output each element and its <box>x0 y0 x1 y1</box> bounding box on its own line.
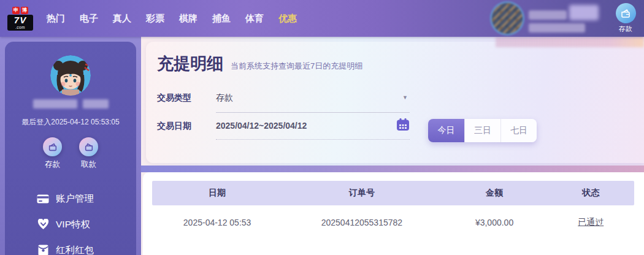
redacted-band <box>496 37 644 47</box>
deposit-wallet-icon <box>43 137 62 156</box>
sidebar-item-label: 红利红包 <box>56 244 94 255</box>
date-range-input[interactable]: 2025/04/12~2025/04/12 <box>216 118 410 140</box>
app-root: 申 博 7V .com 热门 电子 真人 彩票 棋牌 捕鱼 体育 优惠 <box>0 0 644 255</box>
range-3day-button[interactable]: 三日 <box>464 119 500 142</box>
nav-item-live[interactable]: 真人 <box>113 13 131 25</box>
user-avatar[interactable] <box>492 3 523 34</box>
nav-item-cards[interactable]: 棋牌 <box>179 13 197 25</box>
nav-item-slots[interactable]: 电子 <box>80 13 98 25</box>
nav-item-promos[interactable]: 优惠 <box>278 13 297 25</box>
red-packet-icon <box>37 244 49 255</box>
main-menu: 热门 电子 真人 彩票 棋牌 捕鱼 体育 优惠 <box>47 13 297 25</box>
sidebar-withdraw-label: 取款 <box>81 159 96 170</box>
logo-suffix: .com <box>9 25 32 29</box>
sidebar-deposit-button[interactable]: 存款 <box>43 137 62 170</box>
logo-box: 7V .com <box>7 15 33 31</box>
transaction-date-label: 交易日期 <box>157 118 216 132</box>
sidebar-item-vip[interactable]: VIP特权 <box>37 211 136 237</box>
page-body: 最后登入2025-04-12 05:53:05 存款 <box>0 37 644 255</box>
range-7day-button[interactable]: 七日 <box>500 119 537 142</box>
site-logo[interactable]: 申 博 7V .com <box>7 7 33 31</box>
nav-item-hot[interactable]: 热门 <box>47 13 65 25</box>
date-range-quick-buttons: 今日 三日 七日 <box>428 119 537 142</box>
sidebar-menu: 账户管理 VIP特权 <box>5 186 136 255</box>
sidebar-item-bonus[interactable]: 红利红包 <box>37 237 136 255</box>
table-row: 2025-04-12 05:53 20250412055315782 ¥3,00… <box>152 205 634 240</box>
header-amount: 金额 <box>442 188 548 199</box>
filter-panel: 充提明细 当前系统支持查询最近7日的充提明细 交易类型 存款 ▼ 交易日期 20… <box>146 42 644 163</box>
nav-deposit-label: 存款 <box>619 25 632 34</box>
transaction-type-select[interactable]: 存款 ▼ <box>216 89 410 113</box>
header-order-no: 订单号 <box>282 188 441 199</box>
username-redacted <box>529 10 567 20</box>
calendar-icon[interactable] <box>396 118 410 131</box>
nav-item-lottery[interactable]: 彩票 <box>146 13 164 25</box>
vip-badge-redacted <box>569 5 599 20</box>
user-info-redacted <box>527 2 606 34</box>
profile-name-redacted <box>33 99 109 108</box>
logo-badges: 申 博 <box>7 7 33 14</box>
sidebar-item-account[interactable]: 账户管理 <box>37 186 136 211</box>
logo-text: 7V <box>9 15 32 25</box>
header-date: 日期 <box>152 188 282 199</box>
cell-status-link[interactable]: 已通过 <box>548 217 634 228</box>
profile-card: 最后登入2025-04-12 05:53:05 存款 <box>5 42 136 255</box>
nav-item-fishing[interactable]: 捕鱼 <box>212 13 231 25</box>
sidebar-item-label: 账户管理 <box>56 192 94 205</box>
last-login-text: 最后登入2025-04-12 05:53:05 <box>21 117 119 128</box>
transactions-table: 日期 订单号 金额 状态 2025-04-12 05:53 2025041205… <box>152 181 634 240</box>
sidebar-withdraw-button[interactable]: 取款 <box>79 137 98 170</box>
logo-badge-right: 博 <box>21 7 28 14</box>
wallet-icon <box>616 3 636 23</box>
transaction-type-row: 交易类型 存款 ▼ <box>157 89 644 113</box>
results-panel: 日期 订单号 金额 状态 2025-04-12 05:53 2025041205… <box>143 172 644 255</box>
sidebar: 最后登入2025-04-12 05:53:05 存款 <box>0 37 141 255</box>
logo-badge-left: 申 <box>12 7 20 14</box>
chevron-down-icon: ▼ <box>402 94 408 101</box>
sidebar-item-label: VIP特权 <box>56 218 90 231</box>
top-nav: 申 博 7V .com 热门 电子 真人 彩票 棋牌 捕鱼 体育 优惠 <box>0 0 644 37</box>
vip-icon <box>37 218 49 230</box>
cell-order-no: 20250412055315782 <box>282 218 441 227</box>
nav-user-area: 存款 <box>492 2 644 34</box>
quick-actions: 存款 取款 <box>43 137 98 170</box>
header-status: 状态 <box>548 188 634 199</box>
cell-amount: ¥3,000.00 <box>442 218 548 227</box>
withdraw-wallet-icon <box>79 137 98 156</box>
range-today-button[interactable]: 今日 <box>428 119 464 142</box>
nav-deposit-button[interactable]: 存款 <box>611 3 640 34</box>
transaction-date-row: 交易日期 2025/04/12~2025/04/12 <box>157 118 644 142</box>
page-subtitle: 当前系统支持查询最近7日的充提明细 <box>231 61 362 75</box>
nav-item-sports[interactable]: 体育 <box>245 13 264 25</box>
page-title: 充提明细 <box>157 53 223 75</box>
date-range-value: 2025/04/12~2025/04/12 <box>216 121 307 131</box>
balance-redacted <box>529 23 585 32</box>
main-content: 充提明细 当前系统支持查询最近7日的充提明细 交易类型 存款 ▼ 交易日期 20… <box>141 37 644 255</box>
profile-avatar <box>50 55 91 96</box>
transaction-type-label: 交易类型 <box>157 89 216 104</box>
transaction-type-value: 存款 <box>216 93 233 102</box>
card-icon <box>37 192 49 205</box>
sidebar-deposit-label: 存款 <box>45 159 60 170</box>
table-header-row: 日期 订单号 金额 状态 <box>152 181 634 205</box>
cell-date: 2025-04-12 05:53 <box>152 218 282 227</box>
title-row: 充提明细 当前系统支持查询最近7日的充提明细 <box>157 53 644 75</box>
panel-divider <box>141 166 644 172</box>
